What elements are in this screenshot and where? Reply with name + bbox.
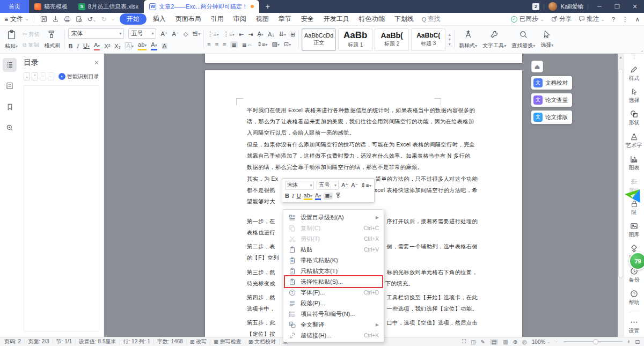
mini-decrease-font-icon[interactable]: A⁻ xyxy=(351,182,358,189)
char-border-button[interactable]: A xyxy=(162,43,167,49)
book-view-icon[interactable]: ◫ xyxy=(471,339,475,345)
italic-button[interactable]: I xyxy=(77,43,79,49)
expand-all-button[interactable]: ⌄ xyxy=(24,72,30,80)
border-icon[interactable]: ⊡▾ xyxy=(284,41,291,48)
minimize-button[interactable]: ─ xyxy=(592,0,606,13)
mini-font-color-button[interactable]: A▾ xyxy=(315,192,321,200)
toolbar-grip-icon[interactable]: ⌶ xyxy=(633,55,635,60)
menu-tab-引用[interactable]: 引用 xyxy=(206,13,229,25)
maximize-button[interactable]: ❐ xyxy=(610,0,624,13)
assistant-proofread-button[interactable]: 文文档校对 xyxy=(531,76,572,90)
bookmark-panel-icon[interactable] xyxy=(3,100,17,114)
menu-tab-特色功能[interactable]: 特色功能 xyxy=(354,13,390,25)
collapse-ribbon-icon[interactable]: ∧ xyxy=(635,16,640,23)
numbered-list-icon[interactable]: ⋮≡▾ xyxy=(223,31,235,38)
right-tool-shapes[interactable]: 形状 xyxy=(629,110,640,127)
context-menu-item[interactable]: A全文翻译▶ xyxy=(283,319,384,330)
right-tool-cursor[interactable]: 选择 xyxy=(629,88,640,104)
web-view-icon[interactable]: ⊕ xyxy=(513,339,517,345)
mini-align-button[interactable]: ≣▾ xyxy=(324,193,333,200)
right-tool-help[interactable]: ?帮助 xyxy=(629,290,640,306)
insert-table-icon[interactable]: ⊞ xyxy=(290,31,295,38)
show-marks-icon[interactable]: ⇊▾ xyxy=(279,31,286,38)
collapse-panel-button[interactable]: ⏏ xyxy=(531,61,543,72)
right-tool-pencil[interactable]: 样式 xyxy=(629,65,640,82)
window-count-badge[interactable]: 2 xyxy=(532,3,539,10)
status-toggle-改写[interactable]: ⊠改写 xyxy=(187,339,210,345)
menu-tab-开发工具[interactable]: 开发工具 xyxy=(319,13,354,25)
font-color-button[interactable]: A▾ xyxy=(151,41,157,50)
mini-font-name-combo[interactable]: 宋体▾ xyxy=(285,181,314,190)
mini-font-size-combo[interactable]: 五号▾ xyxy=(317,181,339,190)
export-icon[interactable] xyxy=(52,16,59,23)
avatar[interactable] xyxy=(548,2,557,11)
menu-tab-开始[interactable]: 开始 xyxy=(120,13,147,25)
sort-icon[interactable]: A↓ xyxy=(268,31,275,38)
toc-panel-icon[interactable] xyxy=(3,58,17,72)
ribbon-tool-select-cursor[interactable]: 选择▾ xyxy=(538,27,556,52)
print-icon[interactable] xyxy=(64,16,71,23)
doc-tab[interactable]: 首页 xyxy=(0,0,29,13)
menu-tab-章节[interactable]: 章节 xyxy=(274,13,296,25)
status-toggle-拼写检查[interactable]: ⊠拼写检查 xyxy=(210,339,245,345)
highlight-color-button[interactable]: ab▾ xyxy=(138,41,147,50)
find-panel-icon[interactable] xyxy=(3,121,17,135)
shading-icon[interactable]: ▨▾ xyxy=(272,41,280,48)
ribbon-tool-text-tool[interactable]: 文字工具▾ xyxy=(480,27,509,52)
scrollbar-thumb[interactable] xyxy=(618,69,623,278)
mini-format-painter-icon[interactable] xyxy=(335,192,342,200)
context-menu-item[interactable]: 项目符号和编号(N)... xyxy=(283,308,384,319)
comment-button[interactable]: 批注 ⌄ xyxy=(579,15,605,23)
zoom-slider-thumb[interactable] xyxy=(593,339,598,344)
more-icon[interactable]: ⋮ xyxy=(622,16,628,23)
right-tool-art-text[interactable]: 艺术字 xyxy=(626,132,642,149)
align-left-icon[interactable]: ≡ xyxy=(207,41,210,48)
phonetic-icon[interactable]: 변▾ xyxy=(192,30,200,38)
assistant-typeset-button[interactable]: 文论文排版 xyxy=(531,111,572,124)
search-menu[interactable]: Q 查找 xyxy=(422,14,441,24)
fit-page-icon[interactable]: ⊡ xyxy=(635,339,640,345)
doc-tab[interactable]: 稿壳模板 xyxy=(29,0,73,13)
bold-button[interactable]: B xyxy=(68,43,72,49)
line-spacing-icon[interactable]: ⇕≡▾ xyxy=(257,41,268,48)
menu-tab-下划线[interactable]: 下划线 xyxy=(390,13,419,25)
fullscreen-icon[interactable]: ⛶ xyxy=(462,338,466,345)
thumbnail-panel-icon[interactable] xyxy=(3,79,17,93)
mini-underline-button[interactable]: U xyxy=(297,193,301,199)
page-view-icon[interactable]: ▤ xyxy=(490,339,498,345)
clear-format-icon[interactable]: ◇ xyxy=(184,31,188,37)
font-name-combo[interactable]: 宋体▾ xyxy=(68,28,124,39)
assistant-plagiarism-button[interactable]: 文论文查重 xyxy=(531,93,572,107)
collapse-all-button[interactable]: ⌃ xyxy=(32,72,38,80)
context-menu-item[interactable]: T字体(F)...Ctrl+D xyxy=(283,287,384,298)
document-scrollbar[interactable]: ▲ xyxy=(618,54,624,337)
zoom-in-icon[interactable]: + xyxy=(627,339,631,345)
new-tab-button[interactable]: + xyxy=(259,0,276,13)
increase-font-icon[interactable]: A⁺ xyxy=(160,31,167,37)
zoom-out-icon[interactable]: − xyxy=(555,339,559,345)
menu-tab-插入[interactable]: 插入 xyxy=(148,13,171,25)
align-right-icon[interactable]: ≡ xyxy=(223,41,226,48)
ribbon-tool-new-style[interactable]: 新样式▾ xyxy=(456,27,480,52)
menu-tab-审阅[interactable]: 审阅 xyxy=(229,13,251,25)
save-icon[interactable] xyxy=(40,16,47,23)
ribbon-tool-find-replace[interactable]: 查找替换▾ xyxy=(509,27,538,52)
menu-tab-视图[interactable]: 视图 xyxy=(251,13,274,25)
menu-tab-安全[interactable]: 安全 xyxy=(296,13,319,25)
decrease-indent-icon[interactable]: ⇤ xyxy=(239,31,244,38)
page-1-bottom[interactable] xyxy=(205,54,522,63)
distribute-icon[interactable]: ≣⇔ xyxy=(242,41,253,48)
share-button[interactable]: 分享 xyxy=(551,15,572,23)
mini-bold-button[interactable]: B xyxy=(285,193,289,199)
close-button[interactable]: ✕ xyxy=(628,0,642,13)
scroll-up-icon[interactable]: ▲ xyxy=(618,54,624,59)
context-menu-item[interactable]: ?选择性粘贴(S)... xyxy=(283,276,384,287)
style-preset[interactable]: AaBbCcDd正文 xyxy=(302,28,336,51)
write-mode-icon[interactable]: ✎ xyxy=(480,339,485,345)
mini-highlight-button[interactable]: ab▾ xyxy=(304,192,312,200)
eye-protect-icon[interactable]: ◎ xyxy=(522,339,527,345)
member-score-badge[interactable]: 79 xyxy=(629,252,644,270)
toc-empty-list[interactable] xyxy=(24,85,99,332)
print-preview-icon[interactable] xyxy=(76,16,83,23)
outline-view-icon[interactable]: ▥ xyxy=(503,339,508,345)
